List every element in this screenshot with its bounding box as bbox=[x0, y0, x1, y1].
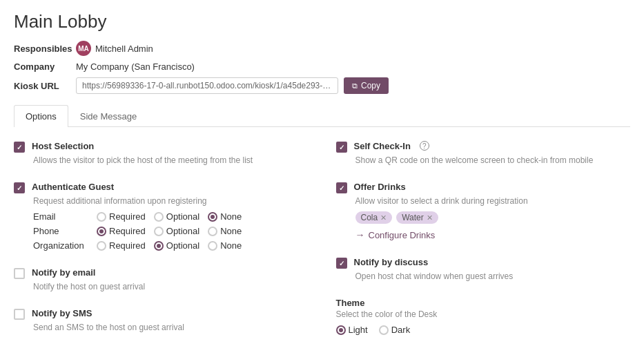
company-value: My Company (San Francisco) bbox=[76, 61, 195, 72]
theme-light-radio[interactable] bbox=[336, 325, 346, 335]
org-radio-group: Required Optional None bbox=[97, 240, 242, 251]
email-optional[interactable]: Optional bbox=[154, 211, 199, 222]
phone-radio-group: Required Optional None bbox=[97, 226, 242, 236]
notify-sms-title: Notify by SMS bbox=[32, 308, 92, 318]
phone-none[interactable]: None bbox=[208, 226, 242, 236]
copy-icon: ⧉ bbox=[352, 82, 358, 90]
tab-bar: Options Side Message bbox=[14, 105, 630, 127]
org-required[interactable]: Required bbox=[97, 240, 146, 251]
copy-button[interactable]: ⧉ Copy bbox=[344, 77, 389, 94]
notify-sms-desc: Send an SMS to the host on guest arrival bbox=[33, 323, 309, 332]
company-row: Company My Company (San Francisco) bbox=[14, 61, 630, 72]
responsible-value: MA Mitchell Admin bbox=[76, 41, 153, 56]
theme-block: Theme Select the color of the Desk Light… bbox=[336, 298, 631, 335]
host-selection-desc: Allows the visitor to pick the host of t… bbox=[33, 155, 309, 165]
notify-discuss-checkbox[interactable] bbox=[336, 258, 347, 269]
drinks-tags: Cola ✕ Water ✕ bbox=[355, 211, 631, 224]
offer-drinks-block: Offer Drinks Allow visitor to select a d… bbox=[336, 182, 631, 240]
authenticate-guest-header: Authenticate Guest bbox=[14, 182, 309, 193]
tab-options[interactable]: Options bbox=[14, 105, 68, 127]
notify-email-block: Notify by email Notify the host on guest… bbox=[14, 267, 309, 291]
notify-email-checkbox[interactable] bbox=[14, 268, 25, 279]
email-required[interactable]: Required bbox=[97, 211, 146, 222]
org-optional[interactable]: Optional bbox=[154, 240, 199, 251]
water-tag: Water ✕ bbox=[396, 211, 438, 224]
notify-sms-block: Notify by SMS Send an SMS to the host on… bbox=[14, 308, 309, 332]
cola-label: Cola bbox=[361, 213, 378, 222]
theme-desc: Select the color of the Desk bbox=[336, 309, 631, 319]
responsible-name: Mitchell Admin bbox=[95, 44, 153, 54]
host-selection-title: Host Selection bbox=[32, 141, 94, 151]
authenticate-guest-checkbox[interactable] bbox=[14, 182, 25, 193]
kiosk-url-container: ⧉ Copy bbox=[76, 77, 389, 94]
phone-required[interactable]: Required bbox=[97, 226, 146, 236]
offer-drinks-desc: Allow visitor to select a drink during r… bbox=[355, 196, 631, 206]
email-row: Email Required Optional None bbox=[33, 211, 309, 222]
configure-drinks-link[interactable]: → Configure Drinks bbox=[355, 229, 631, 240]
phone-optional[interactable]: Optional bbox=[154, 226, 199, 236]
host-selection-block: Host Selection Allows the visitor to pic… bbox=[14, 141, 309, 165]
notify-email-desc: Notify the host on guest arrival bbox=[33, 282, 309, 291]
theme-radios: Light Dark bbox=[336, 325, 631, 335]
offer-drinks-checkbox[interactable] bbox=[336, 182, 347, 193]
org-row: Organization Required Optional None bbox=[33, 240, 309, 251]
kiosk-url-input[interactable] bbox=[76, 77, 338, 94]
phone-required-radio[interactable] bbox=[97, 227, 106, 236]
notify-sms-header: Notify by SMS bbox=[14, 308, 309, 320]
email-required-radio[interactable] bbox=[97, 212, 106, 222]
org-none[interactable]: None bbox=[208, 240, 242, 251]
right-column: Self Check-In ? Show a QR code on the we… bbox=[336, 141, 631, 352]
self-checkin-checkbox[interactable] bbox=[336, 142, 347, 153]
authenticate-guest-desc: Request additional information upon regi… bbox=[33, 196, 309, 206]
theme-title: Theme bbox=[336, 298, 631, 308]
cola-remove[interactable]: ✕ bbox=[380, 213, 387, 222]
self-checkin-title: Self Check-In bbox=[354, 141, 411, 151]
avatar: MA bbox=[76, 41, 91, 56]
notify-discuss-block: Notify by discuss Open host chat window … bbox=[336, 257, 631, 281]
copy-label: Copy bbox=[361, 81, 380, 90]
email-none-radio[interactable] bbox=[208, 212, 217, 222]
phone-label: Phone bbox=[33, 226, 88, 236]
company-label: Company bbox=[14, 61, 76, 72]
host-selection-checkbox[interactable] bbox=[14, 142, 25, 153]
self-checkin-block: Self Check-In ? Show a QR code on the we… bbox=[336, 141, 631, 165]
offer-drinks-header: Offer Drinks bbox=[336, 182, 631, 193]
org-required-radio[interactable] bbox=[97, 241, 106, 251]
notify-email-header: Notify by email bbox=[14, 267, 309, 279]
host-selection-header: Host Selection bbox=[14, 141, 309, 153]
theme-light[interactable]: Light bbox=[336, 325, 368, 335]
org-optional-radio[interactable] bbox=[154, 241, 164, 251]
phone-none-radio[interactable] bbox=[208, 227, 217, 236]
authenticate-sub-options: Email Required Optional None bbox=[33, 211, 309, 251]
kiosk-url-label: Kiosk URL bbox=[14, 81, 76, 91]
responsibles-row: Responsibles MA Mitchell Admin bbox=[14, 41, 630, 56]
phone-optional-radio[interactable] bbox=[154, 227, 164, 236]
email-label: Email bbox=[33, 211, 88, 222]
kiosk-url-row: Kiosk URL ⧉ Copy bbox=[14, 77, 630, 94]
email-none[interactable]: None bbox=[208, 211, 242, 222]
water-remove[interactable]: ✕ bbox=[427, 213, 433, 222]
notify-discuss-title: Notify by discuss bbox=[354, 257, 429, 267]
authenticate-guest-title: Authenticate Guest bbox=[32, 182, 114, 192]
self-checkin-help-icon[interactable]: ? bbox=[420, 141, 429, 151]
arrow-icon: → bbox=[355, 229, 365, 240]
page-title: Main Lobby bbox=[14, 11, 630, 32]
theme-dark[interactable]: Dark bbox=[379, 325, 410, 335]
notify-email-title: Notify by email bbox=[32, 267, 95, 278]
self-checkin-header: Self Check-In ? bbox=[336, 141, 631, 153]
tab-side-message[interactable]: Side Message bbox=[68, 105, 148, 127]
notify-sms-checkbox[interactable] bbox=[14, 309, 25, 320]
left-column: Host Selection Allows the visitor to pic… bbox=[14, 141, 309, 352]
org-label: Organization bbox=[33, 240, 88, 251]
notify-discuss-header: Notify by discuss bbox=[336, 257, 631, 269]
configure-drinks-label: Configure Drinks bbox=[369, 230, 436, 240]
water-label: Water bbox=[402, 213, 424, 222]
cola-tag: Cola ✕ bbox=[355, 211, 393, 224]
email-radio-group: Required Optional None bbox=[97, 211, 242, 222]
org-none-radio[interactable] bbox=[208, 241, 217, 251]
theme-dark-radio[interactable] bbox=[379, 325, 389, 335]
responsibles-label: Responsibles bbox=[14, 44, 76, 54]
email-optional-radio[interactable] bbox=[154, 212, 164, 222]
authenticate-guest-block: Authenticate Guest Request additional in… bbox=[14, 182, 309, 251]
self-checkin-desc: Show a QR code on the welcome screen to … bbox=[355, 155, 631, 165]
